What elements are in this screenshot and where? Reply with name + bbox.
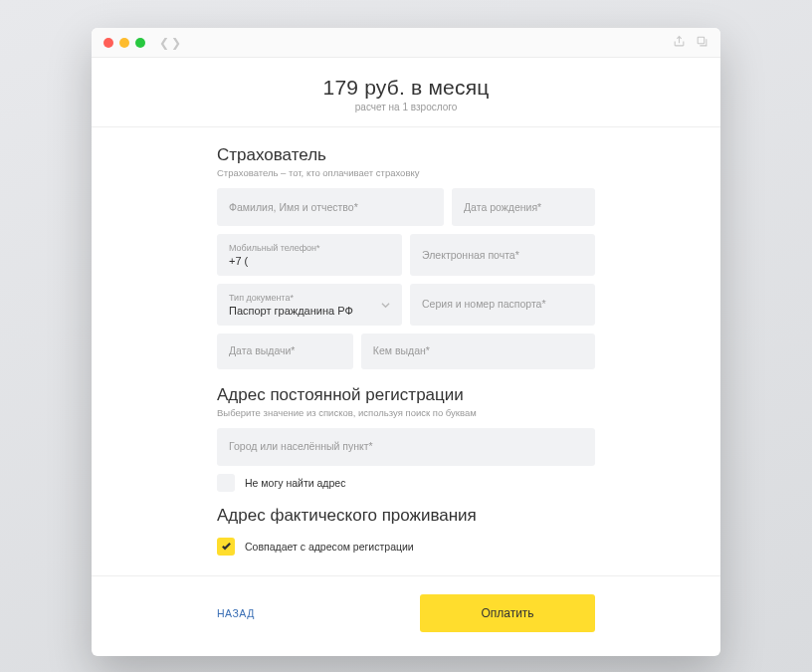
titlebar: ❮ ❯	[92, 28, 720, 58]
issuedby-placeholder: Кем выдан*	[373, 344, 583, 357]
issuedate-field[interactable]: Дата выдачи*	[217, 334, 353, 369]
nav-forward-icon[interactable]: ❯	[171, 36, 181, 50]
pay-button[interactable]: Оплатить	[420, 594, 595, 632]
phone-label: Мобильный телефон*	[229, 243, 390, 254]
close-icon[interactable]	[103, 38, 113, 48]
phone-field[interactable]: Мобильный телефон* +7 (	[217, 234, 402, 276]
back-button[interactable]: НАЗАД	[217, 607, 255, 619]
footer: НАЗАД Оплатить	[92, 575, 720, 656]
birthdate-field[interactable]: Дата рождения*	[452, 188, 595, 226]
check-icon	[221, 541, 232, 552]
window-controls	[103, 38, 145, 48]
policyholder-title: Страхователь	[217, 145, 595, 165]
chevron-down-icon	[381, 296, 390, 314]
doctype-value: Паспорт гражданина РФ	[229, 305, 390, 317]
docnum-field[interactable]: Серия и номер паспорта*	[410, 284, 595, 326]
same-address-label: Совпадает с адресом регистрации	[245, 541, 414, 553]
issuedby-field[interactable]: Кем выдан*	[361, 334, 595, 369]
price-headline: 179 руб. в месяц	[92, 76, 720, 100]
svg-rect-0	[698, 37, 705, 44]
minimize-icon[interactable]	[119, 38, 129, 48]
actual-address-title: Адрес фактического проживания	[217, 506, 595, 526]
phone-value: +7 (	[229, 255, 390, 267]
reg-address-title: Адрес постоянной регистрации	[217, 385, 595, 405]
city-field[interactable]: Город или населённый пункт*	[217, 428, 595, 466]
fullname-field[interactable]: Фамилия, Имя и отчество*	[217, 188, 444, 226]
app-window: ❮ ❯ 179 руб. в месяц расчет на 1 взросло…	[92, 28, 720, 656]
price-header: 179 руб. в месяц расчет на 1 взрослого	[92, 76, 720, 127]
email-placeholder: Электронная почта*	[422, 249, 583, 262]
doctype-label: Тип документа*	[229, 293, 390, 304]
issuedate-placeholder: Дата выдачи*	[229, 344, 341, 357]
doctype-field[interactable]: Тип документа* Паспорт гражданина РФ	[217, 284, 402, 326]
fullname-placeholder: Фамилия, Имя и отчество*	[229, 201, 432, 214]
tabs-icon[interactable]	[696, 34, 709, 52]
policyholder-sub: Страхователь – тот, кто оплачивает страх…	[217, 167, 595, 178]
nav-arrows: ❮ ❯	[159, 36, 181, 50]
reg-address-sub: Выберите значение из списков, используя …	[217, 407, 595, 418]
share-icon[interactable]	[673, 34, 686, 52]
email-field[interactable]: Электронная почта*	[410, 234, 595, 276]
nav-back-icon[interactable]: ❮	[159, 36, 169, 50]
cant-find-label: Не могу найти адрес	[245, 477, 345, 489]
price-sub: расчет на 1 взрослого	[92, 102, 720, 112]
city-placeholder: Город или населённый пункт*	[229, 440, 583, 453]
cant-find-checkbox[interactable]	[217, 474, 235, 492]
docnum-placeholder: Серия и номер паспорта*	[422, 298, 583, 311]
same-address-checkbox[interactable]	[217, 538, 235, 556]
birthdate-placeholder: Дата рождения*	[464, 201, 583, 214]
maximize-icon[interactable]	[135, 38, 145, 48]
